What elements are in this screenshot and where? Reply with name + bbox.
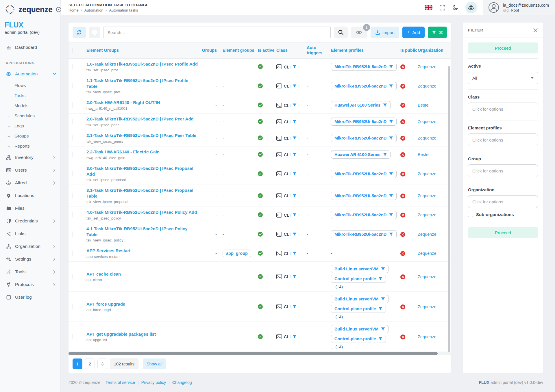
row-checkbox[interactable] — [73, 135, 73, 141]
organization-link[interactable]: Zequenze — [418, 251, 436, 256]
sidebar-item-files[interactable]: Files — [0, 202, 60, 215]
select-all-toolbar-checkbox[interactable] — [89, 27, 100, 38]
profile-filter-icon[interactable] — [389, 233, 393, 236]
row-checkbox[interactable] — [73, 119, 73, 124]
profile-filter-icon[interactable] — [381, 267, 385, 271]
proceed-button[interactable]: Proceed — [468, 42, 538, 53]
sidebar-item-user-log[interactable]: User log — [0, 291, 60, 304]
dark-mode-button[interactable] — [452, 5, 458, 11]
profile-filter-icon[interactable] — [378, 277, 382, 280]
profile-badge[interactable]: Build Linux server/VM — [331, 265, 388, 273]
profile-badge[interactable]: Control-plane-profile — [331, 275, 386, 283]
page-button-1[interactable]: 1 — [73, 358, 82, 369]
breadcrumb-item[interactable]: Automation tasks — [109, 8, 138, 12]
class-filter-icon[interactable] — [293, 252, 297, 255]
task-link[interactable]: 4.1-Task MikroTik-RB952Ui-5ac2nD | IPsec… — [86, 226, 188, 237]
sidebar-item-inventory[interactable]: Inventory — [0, 151, 60, 164]
proceed-button[interactable]: Proceed — [468, 227, 538, 238]
column-header-Organization[interactable]: Organization — [418, 48, 447, 53]
page-button-3[interactable]: 3 — [97, 358, 107, 369]
organization-link[interactable]: Zequenze — [418, 136, 436, 140]
visibility-button[interactable]: 1 — [351, 27, 367, 38]
filter-input-element-profiles[interactable] — [468, 133, 538, 146]
sidebar-item-links[interactable]: Links — [0, 227, 60, 240]
profile-filter-icon[interactable] — [389, 172, 393, 176]
organization-link[interactable]: Zequenze — [418, 84, 436, 88]
profile-filter-icon[interactable] — [389, 65, 393, 68]
task-link[interactable]: APT cache clean — [86, 272, 121, 276]
sidebar-item-credentials[interactable]: Credentials — [0, 215, 60, 227]
profile-badge[interactable]: MikroTik-RB952Ui-5ac2nD — [331, 170, 397, 178]
fullscreen-button[interactable] — [439, 5, 445, 11]
horizontal-scrollbar[interactable] — [69, 352, 451, 355]
profile-filter-icon[interactable] — [378, 337, 382, 341]
filter-close-icon[interactable] — [533, 28, 538, 33]
organization-link[interactable]: Bestel — [418, 152, 429, 157]
profile-filter-icon[interactable] — [389, 84, 393, 88]
column-header-Class[interactable]: Class — [276, 48, 307, 53]
row-checkbox[interactable] — [73, 250, 73, 256]
filter-input-group[interactable] — [468, 164, 538, 177]
footer-link[interactable]: Terms of service — [106, 380, 135, 385]
row-checkbox[interactable] — [73, 83, 73, 89]
row-checkbox[interactable] — [73, 334, 73, 339]
profile-filter-icon[interactable] — [383, 103, 387, 107]
organization-link[interactable]: Bestel — [418, 103, 429, 107]
column-header-Element groups[interactable]: Element groups — [222, 48, 258, 53]
add-button[interactable]: + Add — [402, 27, 425, 38]
class-filter-icon[interactable] — [293, 194, 297, 198]
profile-badge[interactable]: MikroTik-RB952Ui-5ac2nD — [331, 134, 397, 142]
column-header-Is public[interactable]: Is public — [400, 48, 418, 53]
profile-filter-icon[interactable] — [381, 297, 385, 301]
sidebar-subitem-reports[interactable]: –Reports — [0, 141, 60, 151]
profile-filter-icon[interactable] — [383, 153, 387, 156]
row-checkbox[interactable] — [73, 304, 73, 309]
column-header-select[interactable] — [73, 48, 85, 53]
profile-badge[interactable]: MikroTik-RB952Ui-5ac2nD — [331, 230, 397, 238]
task-link[interactable]: APP Services Restart — [86, 248, 130, 253]
profiles-more-label[interactable]: ... (+4) — [331, 315, 400, 319]
profile-filter-icon[interactable] — [389, 136, 393, 140]
task-link[interactable]: 2.2-Task HW-AR6140 - Electric Gain — [86, 149, 160, 154]
organization-link[interactable]: Zequenze — [418, 194, 436, 198]
sidebar-item-alfred[interactable]: Alfred — [0, 177, 60, 189]
task-link[interactable]: APT force upgrade — [86, 302, 125, 306]
class-filter-icon[interactable] — [293, 172, 297, 176]
class-filter-icon[interactable] — [293, 275, 297, 278]
task-link[interactable]: APT get upgradable packages list — [86, 332, 156, 337]
organization-link[interactable]: Zequenze — [418, 213, 436, 217]
class-filter-icon[interactable] — [293, 335, 297, 339]
sub-organizations-checkbox[interactable] — [468, 212, 473, 217]
profile-badge[interactable]: Control-plane-profile — [331, 335, 386, 343]
row-checkbox[interactable] — [73, 193, 73, 198]
row-checkbox[interactable] — [73, 231, 73, 237]
organization-link[interactable]: Zequenze — [418, 172, 436, 176]
row-checkbox[interactable] — [73, 152, 73, 157]
row-checkbox[interactable] — [73, 171, 73, 177]
profile-filter-icon[interactable] — [389, 120, 393, 123]
profile-badge[interactable]: Control-plane-profile — [331, 305, 386, 313]
vertical-scrollbar[interactable] — [448, 66, 450, 352]
footer-link[interactable]: Changelog — [172, 380, 192, 385]
breadcrumb-item[interactable]: Automation — [84, 8, 103, 12]
active-select[interactable]: All — [468, 72, 538, 84]
sidebar-subitem-tasks[interactable]: –Tasks — [0, 90, 60, 101]
search-button[interactable] — [334, 27, 348, 38]
column-header-Element profiles[interactable]: Element profiles — [331, 46, 400, 55]
task-link[interactable]: 1.0-Task MikroTik-RB952Ui-5ac2nD | IPsec… — [86, 62, 198, 66]
select-all-checkbox[interactable] — [73, 48, 73, 53]
sub-organizations-checkbox-row[interactable]: Sub-organizations — [468, 212, 538, 217]
class-filter-icon[interactable] — [293, 233, 297, 236]
profiles-more-label[interactable]: ... (+4) — [331, 285, 400, 289]
profile-badge[interactable]: Huawei AR 6100 Series — [331, 151, 391, 159]
profile-filter-icon[interactable] — [381, 327, 385, 331]
class-filter-icon[interactable] — [293, 153, 297, 156]
profile-badge[interactable]: Build Linux server/VM — [331, 295, 388, 303]
column-header-Groups[interactable]: Groups — [202, 48, 222, 53]
sidebar-item-dashboard[interactable]: Dashboard — [0, 41, 60, 54]
filter-input-class[interactable] — [468, 103, 538, 115]
assistant-button[interactable] — [465, 2, 477, 13]
organization-link[interactable]: Zequenze — [418, 232, 436, 237]
show-all-button[interactable]: Show all — [143, 358, 166, 369]
profile-badge[interactable]: MikroTik-RB952Ui-5ac2nD — [331, 192, 397, 200]
